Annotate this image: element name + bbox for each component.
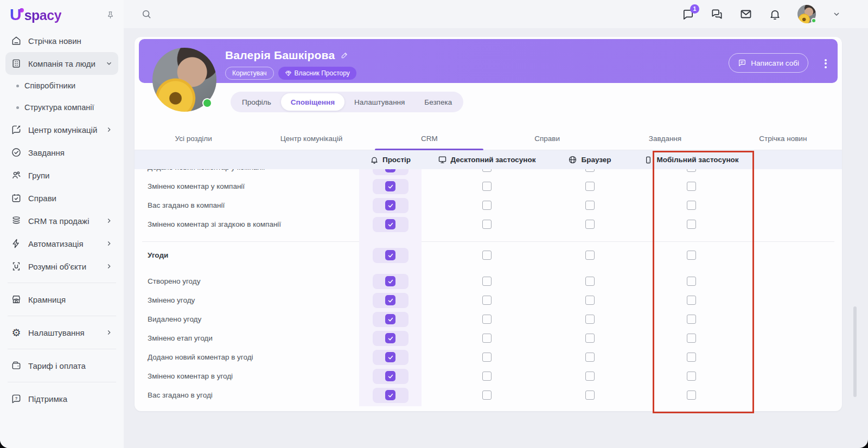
- section-tab-newsfeed[interactable]: Стрічка новин: [724, 127, 842, 150]
- checkbox-browser[interactable]: [585, 296, 595, 305]
- checkbox-mobile[interactable]: [687, 251, 696, 260]
- checkbox-mobile[interactable]: [687, 169, 696, 172]
- checkbox-browser[interactable]: [585, 315, 595, 324]
- checkbox-space-checked[interactable]: [373, 179, 409, 194]
- sidebar-item-support[interactable]: ? Підтримка: [5, 387, 118, 410]
- sidebar-item-marketplace[interactable]: Крамниця: [5, 288, 118, 311]
- checkbox-desktop[interactable]: [482, 277, 492, 286]
- checkbox-mobile[interactable]: [687, 391, 696, 400]
- chat-count-badge: 1: [690, 4, 699, 14]
- checkbox-browser[interactable]: [585, 251, 595, 260]
- checkbox-desktop[interactable]: [482, 334, 492, 343]
- sidebar-item-newsfeed[interactable]: Стрічка новин: [5, 29, 118, 52]
- user-avatar[interactable]: [797, 5, 816, 23]
- sidebar-item-smart-objects[interactable]: Розумні об'єкти: [5, 255, 118, 278]
- checkbox-mobile[interactable]: [687, 315, 696, 324]
- sidebar: Uspacy Стрічка новин Компанія та люди Сп…: [0, 0, 124, 448]
- checkbox-mobile[interactable]: [687, 353, 696, 362]
- comments-icon[interactable]: [711, 8, 723, 21]
- checkbox-mobile[interactable]: [687, 201, 696, 210]
- checkbox-space-checked[interactable]: [373, 274, 409, 289]
- checkbox-desktop[interactable]: [482, 201, 492, 210]
- bullet-icon: [16, 106, 19, 109]
- chevron-right-icon: [105, 217, 113, 225]
- checkbox-desktop[interactable]: [482, 251, 492, 260]
- checkbox-browser[interactable]: [585, 277, 595, 286]
- sidebar-item-communication-center[interactable]: Центр комунікацій: [5, 118, 118, 141]
- pin-sidebar-icon[interactable]: [106, 10, 115, 20]
- mail-icon[interactable]: [739, 8, 752, 21]
- vertical-scrollbar[interactable]: [853, 306, 857, 397]
- table-row: Змінено коментар зі згадкою в компанії: [135, 215, 842, 234]
- checkbox-mobile[interactable]: [687, 372, 696, 381]
- role-badge-label: Користувач: [232, 69, 267, 77]
- checkbox-browser[interactable]: [585, 391, 595, 400]
- checkbox-mobile[interactable]: [687, 277, 696, 286]
- checkbox-browser[interactable]: [585, 169, 595, 172]
- sidebar-item-employees[interactable]: Співробітники: [5, 75, 118, 97]
- tab-notifications[interactable]: Сповіщення: [281, 93, 344, 111]
- sidebar-item-automation[interactable]: Автоматизація: [5, 232, 118, 255]
- checkbox-browser[interactable]: [585, 372, 595, 381]
- chevron-down-icon: [105, 60, 113, 67]
- sidebar-item-crm[interactable]: CRM та продажі: [5, 209, 118, 232]
- sidebar-item-activities[interactable]: Справи: [5, 187, 118, 209]
- checkbox-space-checked[interactable]: [373, 388, 409, 403]
- sidebar-item-company-structure[interactable]: Структура компанії: [5, 97, 118, 118]
- section-tab-crm[interactable]: CRM: [371, 127, 488, 150]
- checkbox-desktop[interactable]: [482, 220, 492, 229]
- checkbox-space-checked[interactable]: [373, 169, 409, 175]
- checkbox-space-checked[interactable]: [373, 293, 409, 308]
- write-to-self-button[interactable]: Написати собі: [729, 53, 808, 73]
- checkbox-mobile[interactable]: [687, 296, 696, 305]
- comment-icon[interactable]: 1: [682, 8, 694, 21]
- section-tab-communication[interactable]: Центр комунікацій: [252, 127, 370, 150]
- edit-pencil-icon[interactable]: [340, 51, 349, 60]
- search-icon[interactable]: [141, 9, 152, 20]
- write-to-self-label: Написати собі: [751, 59, 799, 67]
- checkbox-desktop[interactable]: [482, 296, 492, 305]
- checkbox-space-checked[interactable]: [373, 350, 409, 365]
- calendar-check-icon: [11, 193, 22, 203]
- section-tab-all[interactable]: Усі розділи: [135, 127, 252, 150]
- column-header-browser: Браузер: [541, 155, 639, 164]
- table-row: Додано новий коментар у компанії: [135, 169, 842, 177]
- checkbox-space-checked[interactable]: [373, 248, 409, 263]
- uspacy-logo[interactable]: Uspacy: [10, 5, 61, 24]
- checkbox-browser[interactable]: [585, 201, 595, 210]
- profile-avatar[interactable]: [152, 48, 216, 112]
- section-tab-activities[interactable]: Справи: [488, 127, 606, 150]
- checkbox-browser[interactable]: [585, 182, 595, 191]
- checkbox-browser[interactable]: [585, 353, 595, 362]
- more-options-button[interactable]: [825, 57, 827, 69]
- checkbox-space-checked[interactable]: [373, 198, 409, 213]
- checkbox-browser[interactable]: [585, 334, 595, 343]
- checkbox-desktop[interactable]: [482, 182, 492, 191]
- checkbox-space-checked[interactable]: [373, 312, 409, 327]
- bell-icon[interactable]: [769, 8, 781, 21]
- tab-settings[interactable]: Налаштування: [344, 93, 414, 111]
- checkbox-space-checked[interactable]: [373, 369, 409, 384]
- tab-profile[interactable]: Профіль: [232, 93, 281, 111]
- checkbox-desktop[interactable]: [482, 391, 492, 400]
- sidebar-item-company-people[interactable]: Компанія та люди: [5, 52, 118, 75]
- checkbox-desktop[interactable]: [482, 353, 492, 362]
- checkbox-browser[interactable]: [585, 220, 595, 229]
- table-row: Змінено етап угоди: [135, 329, 842, 348]
- sidebar-item-settings[interactable]: ⚙ Налаштування: [5, 321, 118, 344]
- sidebar-item-billing[interactable]: Тариф і оплата: [5, 354, 118, 377]
- checkbox-desktop[interactable]: [482, 315, 492, 324]
- section-tab-tasks[interactable]: Завдання: [606, 127, 724, 150]
- checkbox-desktop[interactable]: [482, 169, 492, 172]
- tab-security[interactable]: Безпека: [414, 93, 462, 111]
- checkbox-mobile[interactable]: [687, 334, 696, 343]
- sidebar-item-groups[interactable]: Групи: [5, 164, 118, 187]
- checkbox-mobile[interactable]: [687, 182, 696, 191]
- checkbox-desktop[interactable]: [482, 372, 492, 381]
- checkbox-mobile[interactable]: [687, 220, 696, 229]
- sidebar-item-tasks[interactable]: Завдання: [5, 141, 118, 164]
- checkbox-space-checked[interactable]: [373, 217, 409, 232]
- checkbox-space-checked[interactable]: [373, 331, 409, 346]
- chevron-down-icon[interactable]: [832, 10, 841, 18]
- sidebar-item-label: Розумні об'єкти: [28, 262, 99, 271]
